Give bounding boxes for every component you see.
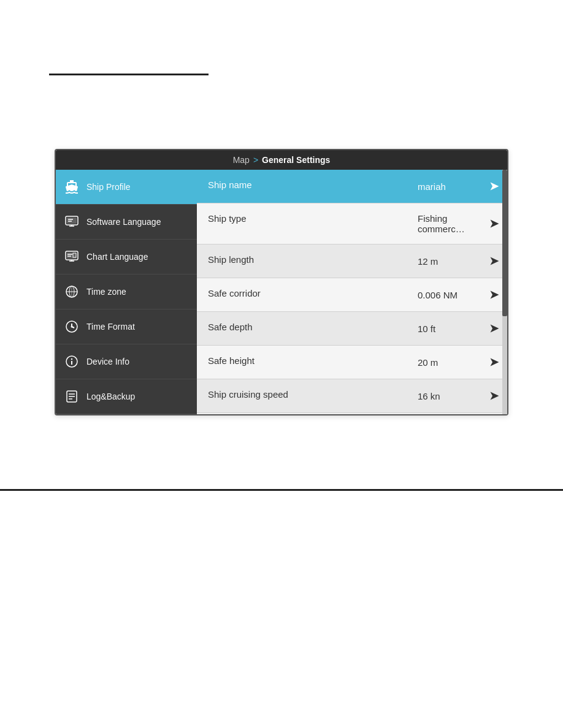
settings-row-safe-height[interactable]: Safe height 20 m ➤ — [197, 346, 507, 379]
chevron-icon-ship-length: ➤ — [489, 254, 499, 268]
settings-label-ship-cruising-speed: Ship cruising speed — [197, 379, 409, 412]
chevron-icon-safe-depth: ➤ — [489, 322, 499, 335]
breadcrumb-separator: > — [253, 155, 258, 165]
breadcrumb-current: General Settings — [262, 155, 330, 165]
settings-label-safe-depth: Safe depth — [197, 312, 409, 345]
sidebar-item-time-format[interactable]: Time Format — [56, 309, 197, 344]
sidebar-item-chart-language[interactable]: Chart Language — [56, 240, 197, 275]
bottom-decorative-line — [0, 489, 563, 491]
sidebar-item-log-backup[interactable]: Log&Backup — [56, 379, 197, 414]
settings-row-safe-corridor[interactable]: Safe corridor 0.006 NM ➤ — [197, 278, 507, 312]
title-bar: Map > General Settings — [56, 150, 507, 170]
settings-row-ship-type[interactable]: Ship type Fishing commerc… ➤ — [197, 203, 507, 245]
scrollbar[interactable] — [502, 170, 507, 414]
sidebar-label-software-language: Software Language — [86, 217, 161, 227]
backup-icon — [63, 388, 80, 405]
sidebar-label-ship-profile: Ship Profile — [86, 182, 131, 192]
right-panel: Ship name mariah ➤ Ship type Fis — [197, 170, 507, 414]
svg-point-20 — [71, 326, 73, 328]
time-zone-icon — [63, 283, 80, 300]
settings-label-ship-length: Ship length — [197, 245, 409, 278]
svg-rect-1 — [67, 218, 77, 224]
chevron-icon-safe-height: ➤ — [489, 355, 499, 369]
sidebar-item-time-zone[interactable]: Time zone — [56, 275, 197, 309]
sidebar-item-software-language[interactable]: Software Language — [56, 205, 197, 240]
settings-label-ship-name: Ship name — [197, 170, 409, 203]
settings-value-ship-type: Fishing commerc… ➤ — [409, 203, 507, 244]
sidebar-label-log-backup: Log&Backup — [86, 392, 135, 401]
settings-label-ship-type: Ship type — [197, 203, 409, 244]
top-decorative-line — [49, 74, 209, 75]
sidebar-label-time-format: Time Format — [86, 322, 135, 332]
main-content: Ship Profile Software La — [56, 170, 507, 414]
settings-row-ship-length[interactable]: Ship length 12 m ➤ — [197, 245, 507, 278]
ship-icon — [63, 178, 80, 195]
sidebar-label-chart-language: Chart Language — [86, 252, 148, 262]
sidebar-label-device-info: Device Info — [86, 357, 129, 366]
settings-value-ship-cruising-speed: 16 kn ➤ — [409, 379, 507, 412]
svg-point-23 — [71, 358, 72, 360]
settings-value-safe-height: 20 m ➤ — [409, 346, 507, 379]
sidebar-item-ship-profile[interactable]: Ship Profile — [56, 170, 197, 205]
breadcrumb-map: Map — [233, 155, 250, 165]
chart-lang-icon — [63, 248, 80, 265]
page-wrapper: Map > General Settings Ship Profile — [0, 0, 563, 728]
sidebar-item-device-info[interactable]: Device Info — [56, 344, 197, 379]
software-lang-icon — [63, 213, 80, 230]
chevron-icon-ship-type: ➤ — [489, 217, 499, 230]
settings-label-safe-corridor: Safe corridor — [197, 278, 409, 311]
settings-table: Ship name mariah ➤ Ship type Fis — [197, 170, 507, 413]
settings-row-ship-name[interactable]: Ship name mariah ➤ — [197, 170, 507, 203]
settings-value-safe-corridor: 0.006 NM ➤ — [409, 278, 507, 311]
settings-value-ship-length: 12 m ➤ — [409, 245, 507, 278]
settings-label-safe-height: Safe height — [197, 346, 409, 379]
info-icon — [63, 353, 80, 370]
settings-row-safe-depth[interactable]: Safe depth 10 ft ➤ — [197, 312, 507, 346]
settings-value-ship-name: mariah ➤ — [409, 170, 507, 203]
sidebar: Ship Profile Software La — [56, 170, 197, 414]
settings-row-ship-cruising-speed[interactable]: Ship cruising speed 16 kn ➤ — [197, 379, 507, 413]
chevron-icon-ship-cruising-speed: ➤ — [489, 389, 499, 403]
sidebar-label-time-zone: Time zone — [86, 287, 126, 297]
settings-value-safe-depth: 10 ft ➤ — [409, 312, 507, 345]
chevron-icon-ship-name: ➤ — [489, 180, 499, 193]
scroll-thumb — [502, 170, 507, 316]
device-frame: Map > General Settings Ship Profile — [55, 149, 508, 415]
chevron-icon-safe-corridor: ➤ — [489, 288, 499, 301]
time-format-icon — [63, 318, 80, 335]
